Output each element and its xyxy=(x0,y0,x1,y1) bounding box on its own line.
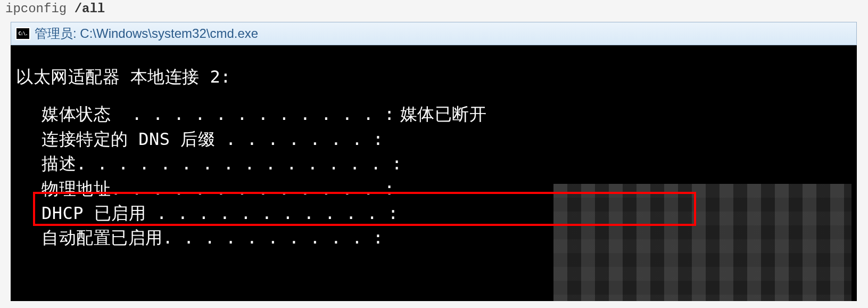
cmd-icon: C:\. xyxy=(15,27,30,40)
console-rows: 媒体状态 . . . . . . . . . . . . :媒体已断开 连接特定… xyxy=(16,102,852,250)
adapter-header: 以太网适配器 本地连接 2: xyxy=(16,64,852,89)
row-dns-suffix: 连接特定的 DNS 后缀 . . . . . . . : xyxy=(42,127,852,151)
command-line: ipconfig /all xyxy=(0,0,868,18)
command-text: ipconfig xyxy=(5,2,75,16)
cmd-window: C:\. 管理员: C:\Windows\system32\cmd.exe 以太… xyxy=(11,22,857,301)
command-flag: /all xyxy=(75,2,105,16)
console-output[interactable]: 以太网适配器 本地连接 2: 媒体状态 . . . . . . . . . . … xyxy=(11,45,857,301)
row-dhcp-enabled: DHCP 已启用 . . . . . . . . . . . : xyxy=(42,201,852,225)
window-title: 管理员: C:\Windows\system32\cmd.exe xyxy=(35,25,258,42)
row-description: 描述. . . . . . . . . . . . . . . : xyxy=(42,151,852,176)
row-physical-address: 物理地址. . . . . . . . . . . . . : xyxy=(42,176,852,201)
row-autoconfig-enabled: 自动配置已启用. . . . . . . . . . : xyxy=(42,225,852,250)
media-state-value: 媒体已断开 xyxy=(400,102,487,126)
titlebar[interactable]: C:\. 管理员: C:\Windows\system32\cmd.exe xyxy=(11,22,857,45)
row-media-state: 媒体状态 . . . . . . . . . . . . :媒体已断开 xyxy=(42,102,852,126)
